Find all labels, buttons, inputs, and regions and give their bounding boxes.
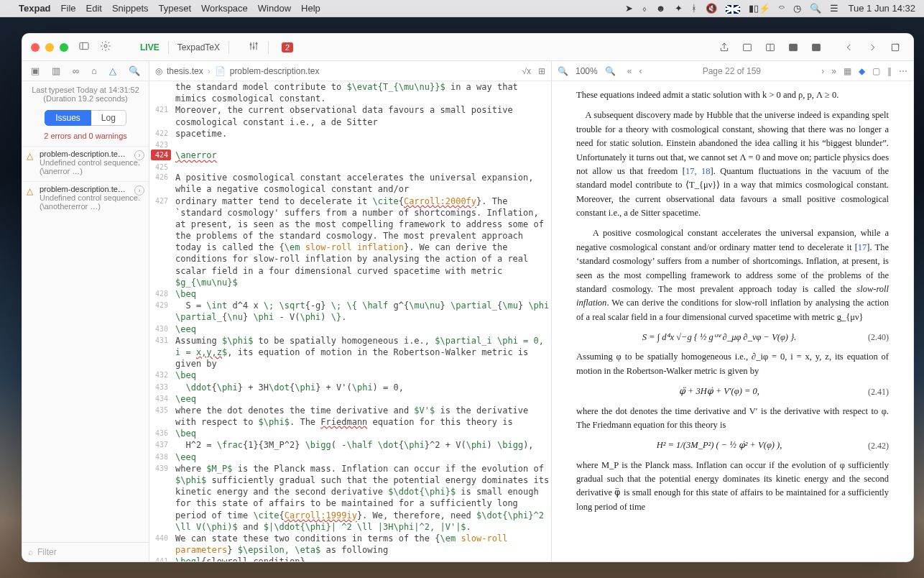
code-line[interactable]: 430\eeq [149,324,551,335]
code-line[interactable]: 436\beq [149,428,551,439]
menu-workspace[interactable]: Workspace [201,3,248,14]
next-page-icon[interactable] [863,40,882,55]
bear-icon[interactable]: ☻ [656,3,666,14]
zoom-out-icon[interactable]: 🔍 [558,66,568,76]
new-window-icon[interactable] [886,40,905,55]
links-view-icon[interactable]: ∞ [73,65,79,76]
code-line[interactable]: 432\beq [149,370,551,381]
bluetooth-icon[interactable]: ᚼ [691,3,697,14]
first-page-icon[interactable]: « [627,66,632,76]
more-icon[interactable]: ⋯ [899,66,907,76]
layout-split-icon[interactable] [761,40,780,55]
control-center-icon[interactable]: ☰ [830,3,838,14]
wifi-icon[interactable]: ⌔ [779,3,785,14]
menu-file[interactable]: File [61,3,76,14]
outline-view-icon[interactable]: ▣ [31,65,40,76]
code-content[interactable]: spacetime. [171,128,551,139]
zoom-window-button[interactable] [60,43,68,52]
crumb-leaf[interactable]: problem-description.tex [230,66,320,76]
code-line[interactable]: 427ordinary matter tend to decelerate it… [149,196,551,289]
tab-issues[interactable]: Issues [45,110,91,126]
stop-icon[interactable]: ▢ [872,66,880,76]
code-content[interactable]: H^2 = \frac{1}{3M_P^2} \bigg( -\half \do… [171,439,551,451]
spotlight-icon[interactable]: 🔍 [810,3,821,14]
crumb-root[interactable]: thesis.tex [167,66,203,76]
search-view-icon[interactable]: 🔍 [129,65,140,76]
grid-icon[interactable]: ⊞ [538,66,545,76]
code-content[interactable]: \anerror [171,150,551,161]
close-window-button[interactable] [31,43,40,52]
code-line[interactable]: 440We can state these two conditions in … [149,533,551,556]
target-icon[interactable]: ◎ [155,66,162,76]
settings-gear-button[interactable] [100,40,111,54]
menu-window[interactable]: Window [258,3,291,14]
code-line[interactable]: 428\beq [149,288,551,300]
zoom-level[interactable]: 100% [576,66,598,76]
error-count-badge[interactable]: 2 [282,42,293,52]
menu-help[interactable]: Help [301,3,320,14]
preview-body[interactable]: These equations indeed admit a static so… [552,81,913,561]
code-line[interactable]: 435where the dot denotes the time deriva… [149,405,551,428]
minimize-window-button[interactable] [45,43,54,52]
tags-view-icon[interactable]: ⌂ [91,65,97,76]
sync-icon[interactable]: ◆ [859,66,865,76]
code-content[interactable]: \eeq [171,451,551,463]
code-content[interactable]: \beq [171,428,551,439]
layout-preview-icon[interactable] [807,40,826,55]
code-content[interactable]: S = \int d^4 x \; \sqrt{-g} \; \{ \half … [171,300,551,323]
code-content[interactable]: where $M_P$ is the Planck mass. Inflatio… [171,463,551,533]
next-page-icon[interactable]: › [821,66,824,76]
chevron-right-icon[interactable]: › [134,185,144,196]
menu-typeset[interactable]: Typeset [159,3,192,14]
issues-view-icon[interactable]: △ [109,65,116,76]
code-content[interactable]: \beq [171,370,551,381]
code-line[interactable]: 437 H^2 = \frac{1}{3M_P^2} \bigg( -\half… [149,439,551,451]
prev-page-icon[interactable] [840,40,859,55]
code-content[interactable]: Assuming $\phi$ to be spatially homogene… [171,335,551,370]
layout-editor-icon[interactable] [784,40,803,55]
sliders-icon[interactable] [248,40,259,54]
issue-item[interactable]: △ problem-description.te… › Undefined co… [22,181,149,216]
code-line[interactable]: 423 [149,139,551,150]
issue-item[interactable]: △ problem-description.te… › Undefined co… [22,146,149,181]
mute-icon[interactable]: 🔇 [706,3,717,14]
chevron-right-icon[interactable]: › [134,150,144,160]
code-line[interactable]: 429 S = \int d^4 x \; \sqrt{-g} \; \{ \h… [149,300,551,323]
citation-ref[interactable]: 17 [858,242,867,252]
code-line[interactable]: 425 [149,162,551,173]
prev-page-icon[interactable]: ‹ [639,66,642,76]
code-content[interactable]: where the dot denotes the time derivativ… [171,405,551,428]
code-line[interactable]: 426A positive cosmological constant acce… [149,172,551,195]
code-content[interactable]: the standard model contribute to $\evat{… [171,81,551,104]
location-icon[interactable]: ➤ [625,3,633,14]
code-line[interactable]: 439where $M_P$ is the Planck mass. Infla… [149,463,551,533]
code-content[interactable]: \beq [171,288,551,300]
menubar-clock[interactable]: Tue 1 Jun 14:32 [849,3,915,14]
zoom-in-icon[interactable]: 🔍 [605,66,616,76]
filter-field[interactable]: ⌕ Filter [22,542,149,561]
share-icon[interactable] [715,40,734,55]
editor-body[interactable]: the standard model contribute to $\evat{… [149,81,551,561]
code-line[interactable]: 434\eeq [149,393,551,405]
code-content[interactable]: \beql{slowroll-condition} [171,556,551,561]
code-content[interactable]: \eeq [171,324,551,335]
code-line[interactable]: 424\anerror [149,150,551,161]
menu-edit[interactable]: Edit [86,3,102,14]
code-content[interactable]: \eeq [171,393,551,405]
files-view-icon[interactable]: ▥ [52,65,60,76]
menu-snippets[interactable]: Snippets [112,3,149,14]
code-line[interactable]: 431Assuming $\phi$ to be spatially homog… [149,335,551,370]
sqrt-x-icon[interactable]: √x [522,66,531,76]
code-content[interactable]: \ddot{\phi} + 3H\dot{\phi} + V'(\phi) = … [171,382,551,393]
code-content[interactable]: Moreover, the current observational data… [171,104,551,127]
code-content[interactable]: ordinary matter tend to decelerate it \c… [171,196,551,289]
toggle-sidebar-button[interactable] [78,40,90,54]
code-line[interactable]: 422spacetime. [149,128,551,139]
dropbox-icon[interactable]: ⬨ [642,3,647,14]
tab-log[interactable]: Log [91,110,126,126]
code-content[interactable]: A positive cosmological constant acceler… [171,172,551,195]
code-line[interactable]: 421Moreover, the current observational d… [149,104,551,127]
citation-ref[interactable]: 17, 18 [685,166,711,176]
clock-icon[interactable]: ◷ [793,3,801,14]
code-line[interactable]: the standard model contribute to $\evat{… [149,81,551,104]
